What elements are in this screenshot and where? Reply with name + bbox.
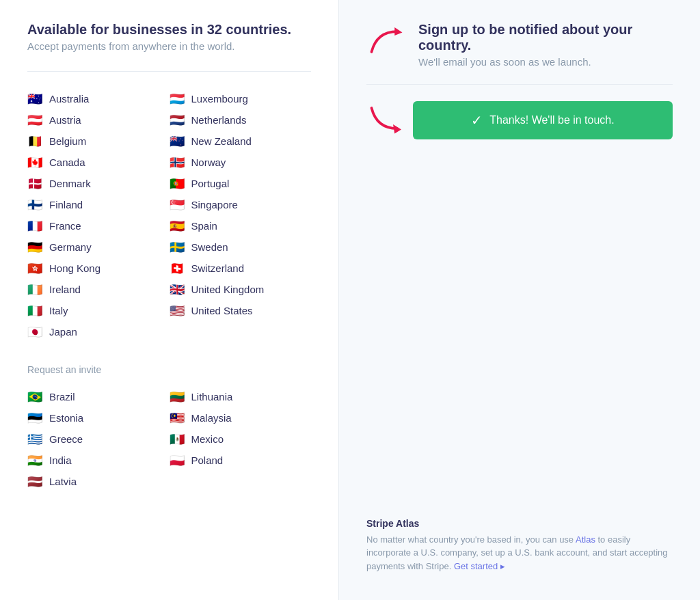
flag-icon: 🇳🇱 xyxy=(170,115,185,126)
country-name: Singapore xyxy=(191,199,238,210)
country-item: 🇲🇽Mexico xyxy=(170,428,312,450)
flag-icon: 🇫🇮 xyxy=(27,200,42,210)
arrow-down-wrap: ✓ Thanks! We'll be in touch. xyxy=(366,101,673,139)
atlas-title: Stripe Atlas xyxy=(366,518,673,529)
country-col-1: 🇦🇺Australia🇦🇹Austria🇧🇪Belgium🇨🇦Canada🇩🇰D… xyxy=(27,88,170,342)
country-item: 🇳🇴Norway xyxy=(170,152,312,173)
flag-icon: 🇮🇳 xyxy=(27,455,42,466)
country-item: 🇺🇸United States xyxy=(170,300,312,321)
country-item: 🇳🇱Netherlands xyxy=(170,109,312,131)
country-item: 🇧🇪Belgium xyxy=(27,131,170,152)
invite-label: Request an invite xyxy=(27,364,311,375)
country-item: 🇱🇺Luxembourg xyxy=(170,88,312,109)
country-name: Australia xyxy=(49,93,89,105)
right-divider xyxy=(366,84,673,85)
divider xyxy=(27,71,311,72)
country-name: Denmark xyxy=(49,178,91,189)
flag-icon: 🇫🇷 xyxy=(27,221,42,232)
flag-icon: 🇦🇺 xyxy=(27,94,42,105)
flag-icon: 🇪🇸 xyxy=(170,221,185,232)
country-name: Estonia xyxy=(49,412,83,424)
arrow-down-icon xyxy=(366,101,413,138)
country-name: Netherlands xyxy=(191,114,247,126)
country-item: 🇦🇹Austria xyxy=(27,109,170,131)
flag-icon: 🇧🇪 xyxy=(27,136,42,147)
country-item: 🇯🇵Japan xyxy=(27,321,170,342)
flag-icon: 🇨🇦 xyxy=(27,157,42,168)
country-name: Norway xyxy=(191,156,226,168)
sub-title: Accept payments from anywhere in the wor… xyxy=(27,40,311,52)
country-item: 🇫🇮Finland xyxy=(27,194,170,215)
country-item: 🇵🇱Poland xyxy=(170,450,312,471)
country-name: Spain xyxy=(191,220,217,232)
country-item: 🇭🇰Hong Kong xyxy=(27,258,170,279)
flag-icon: 🇩🇰 xyxy=(27,178,42,189)
country-name: Malaysia xyxy=(191,412,232,424)
country-name: Hong Kong xyxy=(49,262,100,274)
flag-icon: 🇭🇰 xyxy=(27,263,42,274)
country-name: Finland xyxy=(49,199,83,210)
country-item: 🇪🇸Spain xyxy=(170,215,312,236)
country-item: 🇱🇻Latvia xyxy=(27,471,170,492)
flag-icon: 🇬🇷 xyxy=(27,434,42,445)
country-item: 🇮🇪Ireland xyxy=(27,279,170,300)
arrow-up-icon xyxy=(366,25,407,62)
invite-col-1: 🇧🇷Brazil🇪🇪Estonia🇬🇷Greece🇮🇳India🇱🇻Latvia xyxy=(27,386,170,492)
flag-icon: 🇲🇾 xyxy=(170,413,185,424)
atlas-link[interactable]: Atlas xyxy=(576,534,595,545)
flag-icon: 🇳🇿 xyxy=(170,136,185,147)
country-name: Brazil xyxy=(49,391,75,403)
country-name: Luxembourg xyxy=(191,93,248,105)
country-name: Mexico xyxy=(191,433,224,445)
country-name: Germany xyxy=(49,241,92,253)
country-item: 🇨🇭Switzerland xyxy=(170,258,312,279)
country-name: Austria xyxy=(49,114,81,126)
right-header-text: Sign up to be notified about your countr… xyxy=(418,22,673,68)
country-name: Sweden xyxy=(191,241,228,253)
country-item: 🇸🇪Sweden xyxy=(170,236,312,258)
country-name: France xyxy=(49,220,81,232)
atlas-text: No matter what country you're based in, … xyxy=(366,533,673,573)
atlas-cta[interactable]: Get started ▸ xyxy=(454,561,505,571)
country-name: Switzerland xyxy=(191,262,245,274)
country-item: 🇪🇪Estonia xyxy=(27,407,170,428)
country-name: New Zealand xyxy=(191,135,252,147)
country-item: 🇧🇷Brazil xyxy=(27,386,170,407)
flag-icon: 🇨🇭 xyxy=(170,263,185,274)
flag-icon: 🇯🇵 xyxy=(27,327,42,338)
check-icon: ✓ xyxy=(471,112,483,128)
country-name: Belgium xyxy=(49,135,86,147)
country-name: Ireland xyxy=(49,284,81,295)
country-name: United Kingdom xyxy=(191,284,265,295)
flag-icon: 🇮🇹 xyxy=(27,305,42,316)
thanks-button[interactable]: ✓ Thanks! We'll be in touch. xyxy=(413,101,673,139)
flag-icon: 🇵🇹 xyxy=(170,178,185,189)
main-title: Available for businesses in 32 countries… xyxy=(27,22,311,38)
left-panel: Available for businesses in 32 countries… xyxy=(0,0,339,600)
flag-icon: 🇲🇽 xyxy=(170,434,185,445)
country-item: 🇬🇷Greece xyxy=(27,428,170,450)
country-name: Poland xyxy=(191,454,224,466)
country-item: 🇮🇹Italy xyxy=(27,300,170,321)
flag-icon: 🇺🇸 xyxy=(170,305,185,316)
country-item: 🇳🇿New Zealand xyxy=(170,131,312,152)
flag-icon: 🇱🇺 xyxy=(170,94,185,105)
country-item: 🇩🇰Denmark xyxy=(27,173,170,194)
country-name: United States xyxy=(191,305,253,316)
flag-icon: 🇪🇪 xyxy=(27,413,42,424)
flag-icon: 🇬🇧 xyxy=(170,284,185,295)
svg-marker-1 xyxy=(393,124,401,134)
invite-columns: 🇧🇷Brazil🇪🇪Estonia🇬🇷Greece🇮🇳India🇱🇻Latvia… xyxy=(27,386,311,492)
flag-icon: 🇮🇪 xyxy=(27,284,42,295)
country-name: Lithuania xyxy=(191,391,233,403)
flag-icon: 🇦🇹 xyxy=(27,115,42,126)
country-name: Canada xyxy=(49,156,85,168)
right-subtitle: We'll email you as soon as we launch. xyxy=(418,56,673,68)
country-name: Latvia xyxy=(49,476,77,487)
country-item: 🇨🇦Canada xyxy=(27,152,170,173)
flag-icon: 🇸🇪 xyxy=(170,242,185,253)
country-item: 🇫🇷France xyxy=(27,215,170,236)
country-name: Portugal xyxy=(191,178,230,189)
flag-icon: 🇩🇪 xyxy=(27,242,42,253)
invite-col-2: 🇱🇹Lithuania🇲🇾Malaysia🇲🇽Mexico🇵🇱Poland xyxy=(170,386,312,492)
